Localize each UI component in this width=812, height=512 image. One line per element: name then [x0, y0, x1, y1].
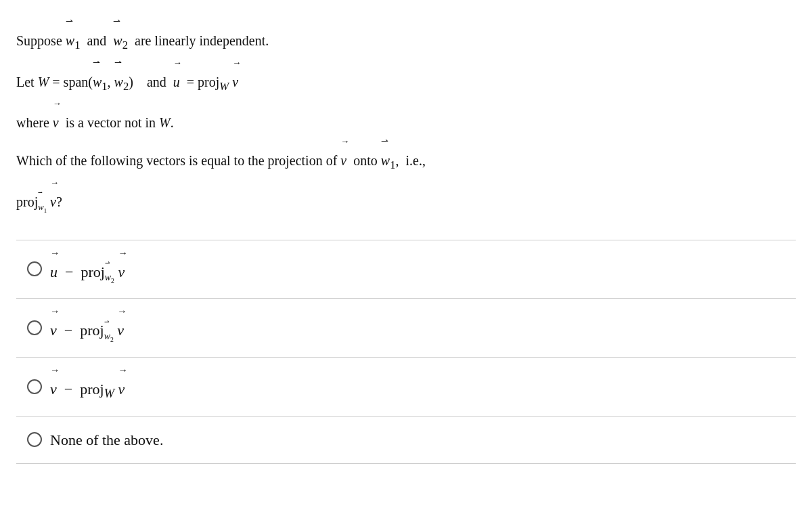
w2-span: w2 — [114, 63, 129, 96]
v-vec-b-right: v — [117, 311, 124, 341]
option-label-a: u − projw2 v — [50, 253, 125, 286]
u-vec-a: u — [50, 253, 58, 283]
w2-sub-a: w2 — [105, 265, 114, 286]
v-vec-a: v — [118, 253, 125, 283]
option-row-b[interactable]: v − projw2 v — [16, 298, 796, 357]
radio-a[interactable] — [27, 261, 42, 276]
line-4: Which of the following vectors is equal … — [16, 142, 796, 175]
line-3: where v is a vector not in W. — [16, 104, 796, 133]
w1-line4: w1 — [381, 142, 396, 175]
radio-d[interactable] — [27, 432, 42, 447]
v-vec-c-right: v — [118, 370, 125, 400]
question-block: Suppose w1 and w2 are linearly independe… — [16, 22, 796, 234]
v-vec-line4: v — [340, 142, 346, 171]
v-vec-b-left: v — [50, 311, 57, 341]
v-vec-line2: v — [232, 63, 238, 93]
w2-sub-b: w2 — [104, 324, 114, 345]
w1-vec: w1 — [66, 22, 81, 55]
options-block: u − projw2 v v − projw2 v v − projW v No… — [16, 240, 796, 464]
line-2: Let W = span(w1, w2) and u = projW v — [16, 63, 796, 96]
radio-b[interactable] — [27, 320, 42, 335]
u-vec: u — [173, 63, 180, 93]
option-label-c: v − projW v — [50, 370, 125, 404]
v-vec-line5: v — [50, 183, 56, 213]
v-vec-c-left: v — [50, 370, 57, 400]
option-label-b: v − projw2 v — [50, 311, 124, 345]
v-vec-line3: v — [53, 104, 59, 133]
w1-span: w1 — [93, 63, 108, 96]
line-5: projw1 v? — [16, 183, 796, 215]
option-row-c[interactable]: v − projW v — [16, 357, 796, 416]
radio-c[interactable] — [27, 379, 42, 394]
option-row-d[interactable]: None of the above. — [16, 416, 796, 464]
option-label-d: None of the above. — [50, 429, 163, 451]
line-1: Suppose w1 and w2 are linearly independe… — [16, 22, 796, 55]
option-row-a[interactable]: u − projw2 v — [16, 240, 796, 299]
w1-sub: w1 — [38, 195, 47, 215]
w2-vec: w2 — [113, 22, 128, 55]
